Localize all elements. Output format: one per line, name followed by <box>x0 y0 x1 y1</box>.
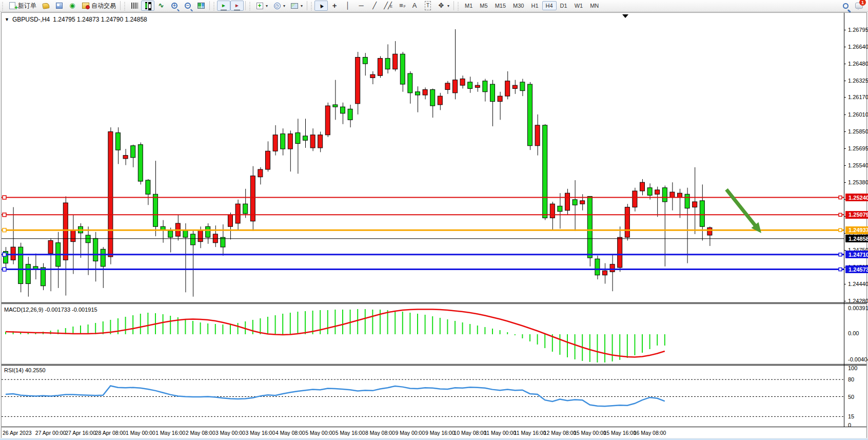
candle-body[interactable] <box>48 241 53 254</box>
candle-body[interactable] <box>423 90 427 95</box>
timeframe-h1-button[interactable]: H1 <box>527 1 542 10</box>
candle-body[interactable] <box>430 90 435 106</box>
profiles-button[interactable] <box>52 1 66 11</box>
candle-body[interactable] <box>86 235 90 243</box>
candle-body[interactable] <box>655 190 660 194</box>
candle-body[interactable] <box>341 107 345 113</box>
line-chart-button[interactable]: ∿ <box>154 1 168 11</box>
candle-body[interactable] <box>333 105 338 107</box>
price-line-right-anchor[interactable] <box>839 268 842 271</box>
timeframe-h4-button[interactable]: H4 <box>542 1 557 10</box>
candle-body[interactable] <box>468 82 472 89</box>
timeframe-m30-button[interactable]: M30 <box>509 1 527 10</box>
chart-shift-button[interactable]: ► <box>230 1 244 11</box>
candle-body[interactable] <box>460 79 465 86</box>
price-line-right-anchor[interactable] <box>839 213 842 216</box>
timeframe-d1-button[interactable]: D1 <box>557 1 571 10</box>
candle-body[interactable] <box>498 96 502 102</box>
candle-body[interactable] <box>206 226 210 237</box>
price-line-left-anchor[interactable] <box>3 267 6 271</box>
candle-body[interactable] <box>318 135 323 148</box>
candle-body[interactable] <box>438 96 442 105</box>
candle-body[interactable] <box>228 215 233 226</box>
candle-body[interactable] <box>153 194 158 226</box>
candle-body[interactable] <box>11 247 15 260</box>
candle-body[interactable] <box>198 230 203 242</box>
price-line-left-anchor[interactable] <box>3 196 6 199</box>
autotrading-button[interactable]: 自动交易 <box>79 1 119 11</box>
price-line-left-anchor[interactable] <box>3 213 6 217</box>
search-icon[interactable] <box>841 2 850 10</box>
candle-body[interactable] <box>400 54 405 84</box>
candle-body[interactable] <box>625 207 629 237</box>
trendline-button[interactable]: ╱ <box>368 1 381 11</box>
horizontal-line-button[interactable]: ─ <box>354 1 368 11</box>
candle-body[interactable] <box>26 264 30 284</box>
price-line-right-anchor[interactable] <box>839 196 842 199</box>
candle-body[interactable] <box>543 125 547 218</box>
candle-body[interactable] <box>453 80 458 93</box>
new-order-button[interactable]: 新订单 <box>6 1 39 11</box>
candle-body[interactable] <box>520 82 525 91</box>
timeframe-m5-button[interactable]: M5 <box>476 1 491 10</box>
zoom-out-button[interactable]: − <box>181 1 194 11</box>
tile-windows-button[interactable] <box>194 1 208 11</box>
candle-body[interactable] <box>662 188 667 202</box>
candle-body[interactable] <box>101 249 105 266</box>
candle-body[interactable] <box>678 193 682 197</box>
price-line-left-anchor[interactable] <box>3 228 6 232</box>
candle-body[interactable] <box>310 135 315 148</box>
candle-body[interactable] <box>273 135 278 151</box>
candle-body[interactable] <box>647 188 652 196</box>
candle-body[interactable] <box>235 204 240 223</box>
candle-body[interactable] <box>580 201 585 204</box>
candle-body[interactable] <box>416 92 420 95</box>
equidistant-channel-button[interactable]: ╱╱ <box>381 1 394 11</box>
chat-notification-icon[interactable]: 1 <box>855 2 863 10</box>
candle-body[interactable] <box>131 146 135 158</box>
candle-body[interactable] <box>168 231 173 238</box>
annotation-arrow-shaft[interactable] <box>726 189 758 229</box>
candlestick-button[interactable] <box>141 1 154 11</box>
vertical-line-button[interactable]: │ <box>341 1 354 11</box>
rsi-line[interactable] <box>6 386 665 406</box>
candle-body[interactable] <box>408 73 412 93</box>
candle-body[interactable] <box>370 74 375 78</box>
candle-body[interactable] <box>565 193 570 211</box>
candle-body[interactable] <box>258 169 263 177</box>
candle-body[interactable] <box>295 133 300 144</box>
timeframe-m15-button[interactable]: M15 <box>491 1 509 10</box>
candle-body[interactable] <box>363 58 367 64</box>
candle-body[interactable] <box>41 267 46 286</box>
candle-body[interactable] <box>618 237 622 267</box>
candle-body[interactable] <box>610 264 615 272</box>
candle-body[interactable] <box>303 136 308 140</box>
candle-body[interactable] <box>288 134 292 149</box>
ducat-button[interactable] <box>39 1 52 11</box>
candle-body[interactable] <box>685 194 689 208</box>
rsi-panel-separator[interactable] <box>2 364 866 366</box>
candle-body[interactable] <box>603 271 607 275</box>
candle-body[interactable] <box>356 58 360 104</box>
fibonacci-button[interactable]: ≡ <box>394 1 408 11</box>
candle-body[interactable] <box>138 145 143 181</box>
price-line-right-anchor[interactable] <box>839 228 842 232</box>
arrows-button-caret[interactable]: ▾ <box>447 4 449 8</box>
candle-body[interactable] <box>445 83 450 90</box>
price-line-left-anchor[interactable] <box>3 253 6 256</box>
candle-body[interactable] <box>633 191 637 207</box>
candle-body[interactable] <box>183 230 188 238</box>
candle-body[interactable] <box>93 238 98 261</box>
candle-body[interactable] <box>693 202 697 207</box>
zoom-in-button[interactable]: + <box>168 1 181 11</box>
periods-button[interactable]: ◷▾ <box>270 1 288 11</box>
candle-body[interactable] <box>640 182 645 191</box>
candle-body[interactable] <box>490 84 495 102</box>
candle-body[interactable] <box>243 204 248 214</box>
bar-chart-button[interactable] <box>128 1 141 11</box>
candle-body[interactable] <box>161 226 165 229</box>
timeframe-m1-button[interactable]: M1 <box>461 1 476 10</box>
arrows-button[interactable]: ✥▾ <box>435 1 452 11</box>
candle-body[interactable] <box>146 180 150 194</box>
price-line-right-anchor[interactable] <box>839 253 842 256</box>
